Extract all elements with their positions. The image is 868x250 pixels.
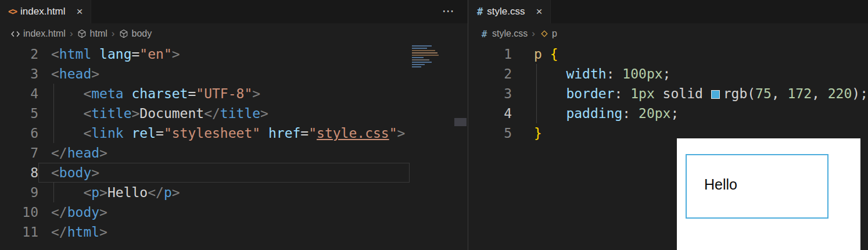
code-line[interactable]: 7</head> [0,143,468,163]
indent-guide [536,64,537,84]
css-file-icon: # [477,6,483,17]
minimap-line [412,52,437,53]
code-token: padding [566,106,622,121]
code-line[interactable]: 3 border: 1px solid rgb(75, 172, 220); [469,84,868,103]
breadcrumb-label: style.css [492,28,528,39]
styled-paragraph: Hello [686,154,828,219]
breadcrumb-item-style-css[interactable]: #style.css [479,28,528,39]
code-line[interactable]: 4 <meta charset="UTF-8"> [0,84,468,103]
indent-guide [536,84,537,103]
paragraph-text: Hello [704,176,737,192]
code-line[interactable]: 1p { [469,44,868,64]
code-token: > [99,145,107,160]
code-token: href [268,126,300,141]
code-icon [10,29,20,39]
minimap-line [412,50,435,51]
code-token [260,126,268,141]
code-token: rel [132,126,156,141]
code-line[interactable]: 8<body> [0,163,468,183]
code-text: border: 1px solid rgb(75, 172, 220); [512,84,868,103]
code-token: < [83,126,91,141]
html-file-icon: <> [8,6,16,17]
code-token: > [99,205,107,220]
code-token: = [132,47,140,62]
code-token: title [220,106,260,121]
minimap-line [412,48,427,49]
breadcrumb-label: html [90,28,107,39]
code-token: ; [860,86,868,101]
symbol-cube-icon [77,29,87,39]
breadcrumb-item-html[interactable]: html [77,28,107,39]
code-token [630,106,639,121]
code-line[interactable]: 5 <title>Document</title> [0,103,468,123]
code-token: lang [99,47,131,62]
line-number: 6 [0,123,38,143]
code-token: 75 [755,86,772,101]
code-token: </ [148,185,164,200]
code-line[interactable]: 10</body> [0,202,468,222]
code-token: ( [747,86,755,101]
more-actions-icon[interactable]: ⋯ [442,4,455,18]
code-text: <head> [38,64,410,84]
code-token [51,106,83,121]
css-selector-icon [539,29,549,39]
line-number: 7 [0,143,38,163]
code-line[interactable]: 6 <link rel="stylesheet" href="style.css… [0,123,468,143]
code-line[interactable]: 3<head> [0,64,468,84]
code-token: "stylesheet" [164,126,260,141]
minimap-line [412,62,432,63]
code-line[interactable]: 2<html lang="en"> [0,44,468,64]
code-line[interactable]: 9 <p>Hello</p> [0,183,468,202]
browser-preview: Hello [677,138,860,250]
vscode-window: <> index.html × ⋯ index.html›html›body 2… [0,0,868,250]
code-line[interactable]: 11</html> [0,222,468,242]
code-token: , [772,86,788,101]
code-token: < [51,47,59,62]
minimap[interactable] [412,45,442,69]
code-token: , [812,86,828,101]
code-text: </body> [38,202,410,222]
breadcrumb-item-body[interactable]: body [119,28,152,39]
code-token: > [172,47,180,62]
hash-icon: # [479,29,489,39]
minimap-line [412,66,421,67]
breadcrumb-item-index-html[interactable]: index.html [10,28,66,39]
code-text: <html lang="en"> [38,44,410,64]
line-number: 10 [0,202,38,222]
breadcrumb-label: index.html [23,28,66,39]
overview-ruler-mark [454,118,467,126]
code-token: html [67,224,99,240]
tab-index-html[interactable]: <> index.html × [0,0,91,23]
indent-guide [53,103,54,123]
code-token: meta [91,86,123,101]
code-token: body [67,205,99,220]
line-number: 4 [0,84,38,103]
tab-style-css[interactable]: # style.css × [469,0,551,23]
line-number: 3 [469,84,512,103]
minimap-line [412,45,432,47]
breadcrumb-item-p[interactable]: p [539,28,557,39]
code-token: > [91,66,99,81]
line-number: 11 [0,222,38,242]
code-token: rgb [723,86,748,101]
code-token: </ [51,145,67,160]
close-tab-icon[interactable]: × [534,5,544,18]
code-text: <title>Document</title> [38,103,410,123]
close-tab-icon[interactable]: × [75,5,85,18]
code-line[interactable]: 2 width: 100px; [469,64,868,84]
code-token: 1px [630,86,655,101]
code-token: < [83,106,91,121]
code-text: </html> [38,222,410,242]
code-text: padding: 20px; [512,103,868,123]
code-token: : [622,106,630,121]
code-line[interactable]: 4 padding: 20px; [469,103,868,123]
line-number: 2 [0,44,38,64]
breadcrumb-bar-left: index.html›html›body [0,23,468,44]
code-editor-html[interactable]: 2<html lang="en">3<head>4 <meta charset=… [0,44,468,250]
line-number: 5 [469,123,512,143]
code-token: < [83,185,91,200]
tab-label: style.css [487,6,525,17]
indent-guide [53,84,54,103]
code-token [622,86,630,101]
breadcrumb-bar-right: #style.css›p [469,23,868,44]
